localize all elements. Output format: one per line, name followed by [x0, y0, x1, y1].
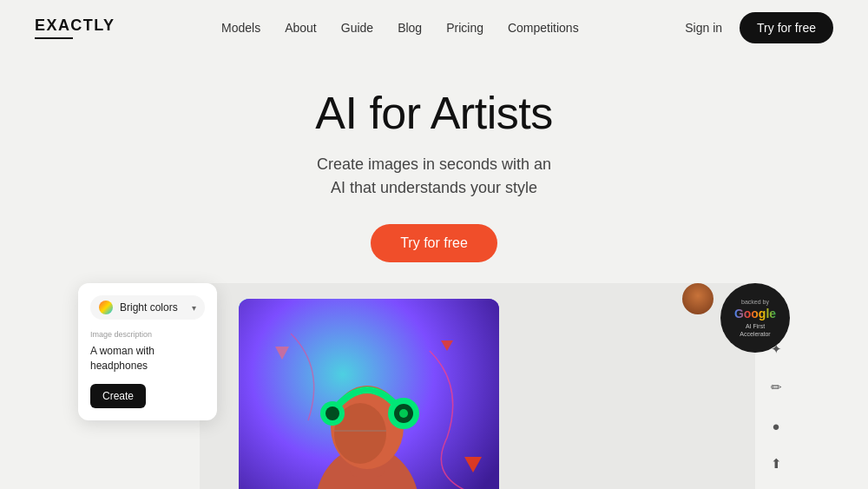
nav-link-blog[interactable]: Blog [398, 21, 422, 35]
sign-in-link[interactable]: Sign in [685, 21, 722, 35]
model-name: Bright colors [120, 301, 185, 314]
nav-links: Models About Guide Blog Pricing Competit… [221, 21, 579, 35]
tool-magic-icon[interactable]: ✦ [762, 335, 790, 363]
hero-section: AI for Artists Create images in seconds … [0, 56, 868, 283]
nav-link-guide[interactable]: Guide [341, 21, 373, 35]
google-badge-backed: backed by [741, 298, 769, 306]
nav-link-models[interactable]: Models [221, 21, 260, 35]
ui-panel: Bright colors ▾ Image description A woma… [78, 283, 217, 420]
tool-dot-icon[interactable]: ● [762, 412, 790, 439]
nav-link-pricing[interactable]: Pricing [446, 21, 483, 35]
avatar-image [682, 283, 713, 314]
logo[interactable]: EXACTLY [35, 17, 115, 39]
hero-title: AI for Artists [0, 87, 868, 139]
try-free-nav-button[interactable]: Try for free [740, 12, 833, 43]
google-badge-name: Google [734, 306, 776, 321]
user-avatar[interactable] [682, 283, 713, 314]
tool-panel: ✦ ✏ ● ⬆ 👁 ⚙ [762, 335, 790, 489]
hero-subtitle: Create images in seconds with an AI that… [0, 153, 868, 200]
navbar: EXACTLY Models About Guide Blog Pricing … [0, 0, 868, 56]
nav-actions: Sign in Try for free [685, 12, 833, 43]
art-canvas [239, 299, 499, 489]
try-free-hero-button[interactable]: Try for free [371, 224, 497, 262]
svg-point-10 [399, 409, 408, 418]
tool-upload-icon[interactable]: ⬆ [762, 450, 790, 478]
brand-name: EXACTLY [35, 17, 115, 35]
model-chevron-icon: ▾ [192, 303, 196, 313]
art-canvas-inner [239, 299, 499, 489]
nav-link-about[interactable]: About [285, 21, 317, 35]
nav-link-competitions[interactable]: Competitions [508, 21, 579, 35]
model-dot-icon [99, 301, 113, 314]
image-description-text[interactable]: A woman with headphones [90, 344, 205, 373]
art-svg [239, 299, 499, 489]
image-description-label: Image description [90, 330, 205, 339]
create-button[interactable]: Create [90, 384, 146, 408]
logo-underline [35, 37, 73, 39]
model-selector[interactable]: Bright colors ▾ [90, 295, 205, 320]
svg-point-7 [326, 406, 339, 420]
hero-subtitle-line2: AI that understands your style [331, 179, 537, 196]
tool-pen-icon[interactable]: ✏ [762, 373, 790, 401]
hero-subtitle-line1: Create images in seconds with an [317, 155, 551, 173]
google-badge-ai-first: AI First [746, 322, 765, 330]
demo-area: backed by Google AI First Accelerator Br… [78, 283, 790, 489]
